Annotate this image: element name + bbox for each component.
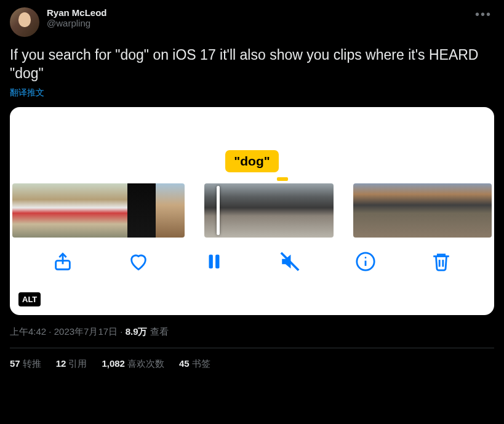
view-label: 查看 xyxy=(148,326,169,337)
clip-frame xyxy=(247,183,290,238)
clip-strip[interactable] xyxy=(204,183,334,238)
user-name-block[interactable]: Ryan McLeod @warpling xyxy=(47,7,473,28)
display-name: Ryan McLeod xyxy=(47,7,473,18)
bookmarks-stat[interactable]: 45书签 xyxy=(179,358,210,370)
clip-frame xyxy=(41,183,70,238)
user-handle: @warpling xyxy=(47,18,473,28)
mute-icon[interactable] xyxy=(279,251,300,272)
share-icon[interactable] xyxy=(52,251,73,272)
svg-rect-1 xyxy=(209,255,212,269)
video-scrubber[interactable] xyxy=(10,183,494,238)
pause-icon[interactable] xyxy=(204,251,225,272)
clip-frame xyxy=(127,183,156,238)
clip-frame xyxy=(290,183,334,238)
media-controls xyxy=(10,238,494,282)
tweet-text: If you search for "dog" on iOS 17 it'll … xyxy=(10,46,494,82)
clip-frame xyxy=(12,183,41,238)
tweet-stats: 57转推 12引用 1,082喜欢次数 45书签 xyxy=(10,348,494,380)
clip-frame xyxy=(423,183,446,238)
playhead[interactable] xyxy=(217,186,220,235)
tweet-header: Ryan McLeod @warpling ••• xyxy=(10,7,494,37)
translate-link[interactable]: 翻译推文 xyxy=(10,87,494,98)
heart-icon[interactable] xyxy=(128,251,149,272)
likes-stat[interactable]: 1,082喜欢次数 xyxy=(102,358,164,370)
tweet-time[interactable]: 上午4:42 xyxy=(10,326,46,337)
clip-frame xyxy=(377,183,400,238)
clip-frame xyxy=(156,183,185,238)
tweet-meta: 上午4:42 · 2023年7月17日 · 8.9万 查看 xyxy=(10,326,494,338)
clip-frame xyxy=(446,183,469,238)
clip-frame xyxy=(399,183,423,238)
search-tag-row: "dog" xyxy=(10,150,494,172)
clip-frame xyxy=(204,183,247,238)
alt-badge[interactable]: ALT xyxy=(18,292,41,306)
clip-strip[interactable] xyxy=(353,183,492,238)
trash-icon[interactable] xyxy=(431,251,452,272)
svg-rect-2 xyxy=(215,255,219,269)
svg-point-6 xyxy=(365,257,367,258)
view-count: 8.9万 xyxy=(126,326,148,337)
search-tag: "dog" xyxy=(225,150,278,172)
search-tag-marker xyxy=(277,177,288,181)
info-icon[interactable] xyxy=(355,251,376,272)
more-icon[interactable]: ••• xyxy=(473,7,494,22)
tweet-date[interactable]: 2023年7月17日 xyxy=(54,326,118,337)
clip-frame xyxy=(70,183,98,238)
media-card[interactable]: "dog" xyxy=(10,107,494,315)
clip-frame xyxy=(98,183,127,238)
tweet-container: Ryan McLeod @warpling ••• If you search … xyxy=(0,0,504,387)
quotes-stat[interactable]: 12引用 xyxy=(56,358,87,370)
retweets-stat[interactable]: 57转推 xyxy=(10,358,41,370)
clip-strip[interactable] xyxy=(12,183,185,238)
clip-frame xyxy=(469,183,492,238)
clip-frame xyxy=(353,183,377,238)
avatar[interactable] xyxy=(10,7,39,37)
